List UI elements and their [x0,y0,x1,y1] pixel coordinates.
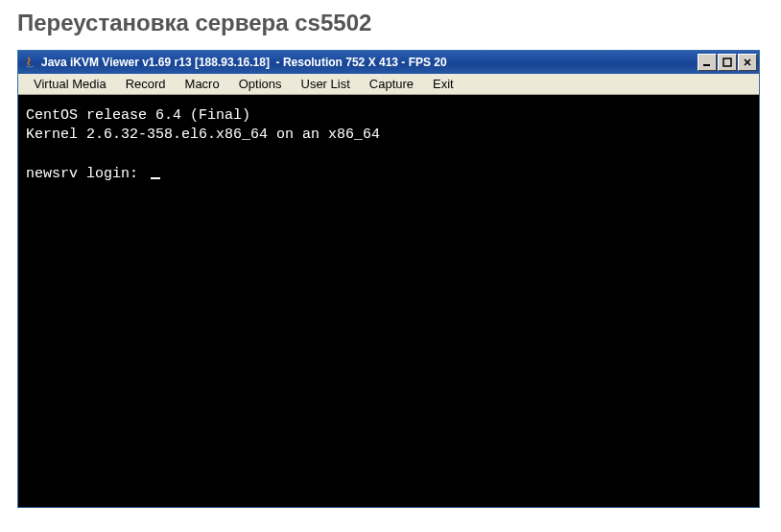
window-title: Java iKVM Viewer v1.69 r13 [188.93.16.18… [41,56,447,69]
close-button[interactable] [738,54,757,71]
window-controls [698,54,757,71]
maximize-button[interactable] [718,54,737,71]
cursor [151,177,160,179]
menu-capture[interactable]: Capture [360,75,423,93]
menu-options[interactable]: Options [229,75,292,93]
ikvm-window: Java iKVM Viewer v1.69 r13 [188.93.16.18… [17,50,760,508]
minimize-button[interactable] [698,54,717,71]
titlebar[interactable]: Java iKVM Viewer v1.69 r13 [188.93.16.18… [18,51,759,74]
menu-record[interactable]: Record [116,75,176,93]
page-title: Переустановка сервера cs5502 [0,0,781,50]
svg-rect-0 [703,64,710,66]
menu-exit[interactable]: Exit [423,75,463,93]
login-prompt: newsrv login: [26,166,147,182]
terminal-line: Kernel 2.6.32-358.el6.x86_64 on an x86_6… [26,127,380,143]
menu-virtual-media[interactable]: Virtual Media [24,75,116,93]
terminal[interactable]: CentOS release 6.4 (Final) Kernel 2.6.32… [18,95,759,507]
java-icon [22,55,37,70]
svg-rect-1 [723,58,731,66]
menu-macro[interactable]: Macro [176,75,229,93]
menubar: Virtual Media Record Macro Options User … [18,74,759,95]
menu-user-list[interactable]: User List [292,75,360,93]
terminal-line: CentOS release 6.4 (Final) [26,107,250,124]
